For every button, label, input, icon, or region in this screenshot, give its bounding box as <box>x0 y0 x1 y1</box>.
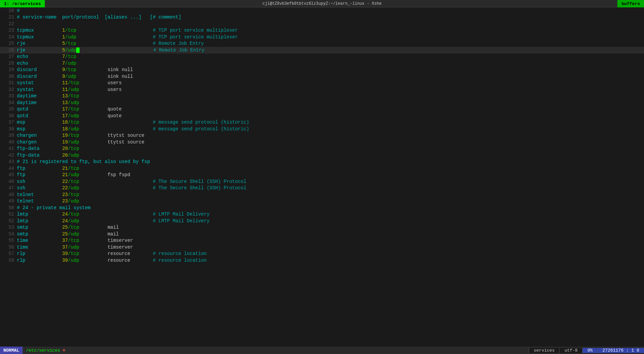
line-content: ftp-data 20/udp <box>17 153 643 158</box>
editor-line: 33daytime 13/tcp <box>0 93 644 100</box>
editor-line: 32systat 11/udp users <box>0 86 644 93</box>
line-content: daytime 13/udp <box>17 100 643 105</box>
line-number: 47 <box>1 185 14 191</box>
editor-line: 25rje 5/tcp # Remote Job Entry <box>0 40 644 47</box>
line-content: ssh 22/udp # The Secure Shell (SSH) Prot… <box>17 185 643 191</box>
line-number: 49 <box>1 198 14 204</box>
line-content: ftp-data 20/tcp <box>17 146 643 151</box>
encoding-seg: utf-8 <box>559 348 582 353</box>
line-content: ssh 22/tcp # The Secure Shell (SSH) Prot… <box>17 179 643 184</box>
editor-line: 40chargen 19/udp ttytst source <box>0 139 644 146</box>
line-content: rje 5/tcp # Remote Job Entry <box>17 41 643 46</box>
editor-line: 29discard 9/tcp sink null <box>0 67 644 73</box>
editor-line: 57rlp 39/tcp resource # resource locatio… <box>0 251 644 257</box>
line-number: 55 <box>1 238 14 243</box>
line-content: discard 9/tcp sink null <box>17 67 643 72</box>
line-content: ftp 21/tcp <box>17 166 643 171</box>
mode-badge: NORMAL <box>0 347 23 354</box>
line-number: 33 <box>1 93 14 99</box>
line-content: echo 7/udp <box>17 61 643 66</box>
editor-line: 43# 21 is registered to ftp, but also us… <box>0 159 644 165</box>
modified-indicator: ⊕ <box>63 348 65 353</box>
editor-line: 27echo 7/tcp <box>0 54 644 60</box>
line-number: 30 <box>1 74 14 79</box>
line-content: lmtp 24/udp # LMTP Mail Delivery <box>17 218 643 224</box>
buffers-button[interactable]: buffers <box>617 0 644 7</box>
line-number: 25 <box>1 41 14 46</box>
filetype-seg: services <box>529 348 559 353</box>
file-tab[interactable]: 1: /e/services <box>0 0 45 7</box>
line-number: 29 <box>1 67 14 72</box>
editor-line: 35qotd 17/tcp quote <box>0 106 644 113</box>
line-content <box>17 21 643 27</box>
line-number: 44 <box>1 166 14 171</box>
line-content: daytime 13/tcp <box>17 93 643 99</box>
editor-line: 46ssh 22/tcp # The Secure Shell (SSH) Pr… <box>0 178 644 185</box>
line-number: 45 <box>1 172 14 178</box>
line-content: tcpmux 1/tcp # TCP port service multiple… <box>17 28 643 33</box>
filepath-label: /etc/services <box>26 348 60 353</box>
editor-line: 55time 37/tcp timserver <box>0 237 644 244</box>
line-content: systat 11/udp users <box>17 87 643 92</box>
editor-line: 38msp 18/udp # message send protocol (hi… <box>0 126 644 132</box>
line-number: 32 <box>1 87 14 92</box>
line-content: time 37/udp timserver <box>17 245 643 250</box>
line-number: 58 <box>1 258 14 263</box>
line-content: chargen 19/udp ttytst source <box>17 139 643 145</box>
line-number: 48 <box>1 192 14 197</box>
editor-line: 53smtp 25/tcp mail <box>0 224 644 231</box>
line-number: 56 <box>1 245 14 250</box>
line-content: time 37/tcp timserver <box>17 238 643 243</box>
line-number: 54 <box>1 231 14 237</box>
line-content: ftp 21/udp fsp fspd <box>17 172 643 178</box>
line-number: 40 <box>1 139 14 145</box>
scroll-pct-seg: 0% <box>582 348 597 353</box>
line-content: # 24 - private mail system <box>17 205 643 211</box>
line-number: 22 <box>1 21 14 27</box>
status-bar: NORMAL /etc/services ⊕ services utf-8 0%… <box>0 347 644 354</box>
line-content: rje 5/udp # Remote Job Entry <box>17 47 643 53</box>
line-number: 27 <box>1 54 14 59</box>
editor-line: 20# <box>0 7 644 14</box>
line-number: 41 <box>1 146 14 151</box>
line-content: qotd 17/tcp quote <box>17 106 643 112</box>
line-content: tcpmux 1/udp # TCP port service multiple… <box>17 34 643 40</box>
editor-line: 31systat 11/tcp users <box>0 80 644 87</box>
line-number: 39 <box>1 133 14 138</box>
editor-line: 28echo 7/udp <box>0 60 644 67</box>
editor-line: 44ftp 21/tcp <box>0 165 644 172</box>
top-bar: 1: /e/services ⊞ cjl cjl@tZ8vb3efb0tbtvz… <box>0 0 644 7</box>
line-content: telnet 23/udp <box>17 198 643 204</box>
file-path: /etc/services ⊕ <box>23 348 69 353</box>
editor-line: 22 <box>0 21 644 27</box>
line-content: echo 7/tcp <box>17 54 643 59</box>
line-number: 28 <box>1 61 14 66</box>
editor-line: 39chargen 19/tcp ttytst source <box>0 132 644 139</box>
editor-line: 56time 37/udp timserver <box>0 244 644 251</box>
line-number: 36 <box>1 113 14 119</box>
line-content: systat 11/tcp users <box>17 80 643 86</box>
line-content: msp 18/tcp # message send protocol (hist… <box>17 120 643 125</box>
line-number: 34 <box>1 100 14 105</box>
editor-line: 24tcpmux 1/udp # TCP port service multip… <box>0 34 644 40</box>
line-number: 38 <box>1 126 14 132</box>
editor-line: 48telnet 23/tcp <box>0 191 644 198</box>
line-content: discard 9/udp sink null <box>17 74 643 79</box>
status-right: services utf-8 0% 27261176 : 1 8 <box>529 348 644 353</box>
editor-line: 26rje 5/udp # Remote Job Entry <box>0 47 644 54</box>
editor-line: 30discard 9/udp sink null <box>0 73 644 80</box>
editor-line: 34daytime 13/udp <box>0 99 644 106</box>
editor-line: 45ftp 21/udp fsp fspd <box>0 172 644 179</box>
line-number: 57 <box>1 251 14 256</box>
line-number: 31 <box>1 80 14 86</box>
editor-line: 41ftp-data 20/tcp <box>0 146 644 152</box>
editor-line: 42ftp-data 20/udp <box>0 152 644 159</box>
editor-area: 20#21# service-name port/protocol [alias… <box>0 7 644 347</box>
line-number: 43 <box>1 159 14 164</box>
line-content: # 21 is registered to ftp, but also used… <box>17 159 643 164</box>
line-number: 52 <box>1 218 14 224</box>
line-content: msp 18/udp # message send protocol (hist… <box>17 126 643 132</box>
line-number: 21 <box>1 14 14 20</box>
line-content: smtp 25/tcp mail <box>17 225 643 230</box>
editor-line: 49telnet 23/udp <box>0 198 644 205</box>
